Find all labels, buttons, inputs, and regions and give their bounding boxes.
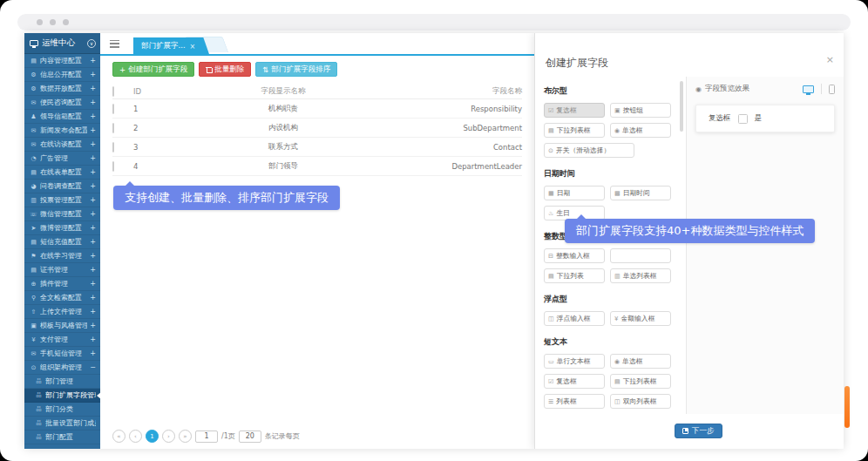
- sidebar-item[interactable]: ▤在线表单配置+: [24, 166, 100, 180]
- org-tree-icon: 品: [35, 405, 43, 413]
- field-type-button[interactable]: ▤下拉列表: [544, 268, 605, 283]
- next-step-button[interactable]: 下一步: [675, 424, 722, 438]
- last-page-button[interactable]: »: [179, 430, 192, 443]
- eye-icon: ◉: [695, 85, 702, 93]
- page-1-button[interactable]: 1: [146, 430, 159, 443]
- field-type-button[interactable]: ⊙开关（滑动选择）: [544, 143, 634, 158]
- field-type-button[interactable]: ☰列表框: [544, 394, 605, 409]
- field-type-label: 开关（滑动选择）: [556, 146, 610, 155]
- sidebar-item[interactable]: ◔广告管理+: [24, 152, 100, 166]
- prev-page-button[interactable]: ‹: [129, 430, 142, 443]
- sidebar-item[interactable]: ⚙信息公开配置+: [24, 68, 100, 82]
- field-type-button[interactable]: ◉单选框: [610, 354, 671, 369]
- buttons-icon: ▣: [614, 107, 620, 114]
- field-type-button[interactable]: ▤下拉列表框: [544, 123, 605, 138]
- sidebar-item-label: 领导信箱配置: [40, 112, 82, 121]
- sidebar-item[interactable]: ⚙数据开放配置+: [24, 82, 100, 96]
- sort-fields-button[interactable]: ⇅ 部门扩展字段排序: [255, 62, 337, 77]
- page-scrollbar-thumb[interactable]: [844, 386, 850, 428]
- field-type-button[interactable]: ▣按钮组: [610, 103, 671, 118]
- sidebar-item[interactable]: ✉手机短信管理+: [24, 347, 100, 361]
- expand-toggle-icon: +: [90, 336, 96, 343]
- field-type-button[interactable]: ☑复选框: [544, 374, 605, 389]
- tab-department-fields[interactable]: 部门扩展字... ×: [133, 37, 209, 55]
- sidebar-item[interactable]: ▥投票管理配置+: [24, 193, 100, 207]
- sidebar-item[interactable]: ☏微信管理配置+: [24, 207, 100, 221]
- mobile-preview-icon[interactable]: [829, 85, 835, 94]
- field-type-button[interactable]: ▩日期时间: [610, 186, 671, 200]
- close-icon[interactable]: ×: [826, 54, 834, 65]
- expand-toggle-icon: +: [90, 85, 96, 92]
- sidebar-item-label: 在线表单配置: [40, 167, 82, 177]
- sidebar: 运维中心 ∨ ▤内容管理配置+⚙信息公开配置+⚙数据开放配置+✉便民咨询配置+♟…: [24, 33, 100, 449]
- field-type-button[interactable]: ◉单选框: [610, 123, 671, 138]
- field-type-label: 日期: [557, 188, 571, 198]
- sidebar-item-label: 模板与风格管理: [40, 321, 87, 330]
- drawer-scrollbar[interactable]: [680, 81, 683, 132]
- sidebar-item-label: 广告管理: [40, 153, 68, 163]
- form-icon: ▤: [30, 169, 37, 176]
- row-checkbox[interactable]: [112, 142, 114, 153]
- sidebar-item[interactable]: ⇧上传文件管理+: [24, 305, 100, 319]
- select-all-checkbox[interactable]: [112, 86, 114, 97]
- sidebar-item[interactable]: 品部门管理: [24, 375, 100, 389]
- sidebar-item[interactable]: ◕问卷调查配置+: [24, 180, 100, 193]
- sidebar-item[interactable]: ▤证书管理+: [24, 263, 100, 277]
- window-close-button[interactable]: [37, 19, 43, 25]
- preview-checkbox[interactable]: [738, 114, 748, 124]
- section-title: 布尔型: [544, 85, 676, 97]
- desktop-preview-icon[interactable]: [803, 85, 814, 93]
- field-type-button[interactable]: ◫双向列表框: [610, 394, 671, 409]
- sidebar-item[interactable]: ⚲全文检索配置+: [24, 291, 100, 305]
- next-page-button[interactable]: ›: [162, 430, 175, 443]
- mail-icon: ✉: [30, 141, 37, 148]
- window-minimize-button[interactable]: [50, 19, 56, 25]
- collapse-sidebar-icon[interactable]: ∨: [87, 39, 96, 48]
- sidebar-item[interactable]: 品批量设置部门成员: [24, 417, 100, 430]
- field-type-button[interactable]: [610, 248, 671, 263]
- field-type-button[interactable]: ◫浮点输入框: [544, 311, 605, 326]
- sidebar-item[interactable]: 品部门分类: [24, 403, 100, 417]
- expand-toggle-icon: +: [90, 71, 96, 78]
- page-size-input[interactable]: [239, 430, 261, 443]
- field-type-button[interactable]: ▥单选列表框: [610, 268, 671, 283]
- tab-close-icon[interactable]: ×: [190, 43, 196, 51]
- row-checkbox[interactable]: [112, 123, 114, 133]
- field-type-button[interactable]: ▤下拉列表框: [610, 374, 671, 389]
- sidebar-item[interactable]: ▣模板与风格管理+: [24, 319, 100, 333]
- row-checkbox[interactable]: [112, 104, 114, 114]
- field-type-label: 复选框: [556, 105, 576, 115]
- sidebar-item[interactable]: ¥支付管理+: [24, 333, 100, 347]
- plus-icon: +: [119, 65, 125, 74]
- sidebar-item[interactable]: 品部门配置: [24, 430, 100, 444]
- sidebar-item-label: 数据开放配置: [40, 84, 82, 93]
- batch-delete-button[interactable]: 批量删除: [199, 62, 251, 77]
- row-checkbox[interactable]: [112, 161, 114, 172]
- hamburger-icon[interactable]: [110, 40, 119, 48]
- sidebar-item[interactable]: ⊙组织架构管理−: [24, 361, 100, 375]
- sidebar-item[interactable]: ▤内容管理配置+: [24, 54, 100, 68]
- save-icon: [682, 428, 688, 434]
- field-type-button[interactable]: ☑复选框: [544, 103, 605, 118]
- create-field-button[interactable]: + 创建部门扩展字段: [112, 62, 194, 77]
- sidebar-item[interactable]: ⊕插件管理+: [24, 277, 100, 291]
- first-page-button[interactable]: «: [112, 430, 125, 443]
- sidebar-item[interactable]: ✉新闻发布会配置+: [24, 124, 100, 138]
- field-type-label: 整数输入框: [556, 251, 590, 261]
- sidebar-item[interactable]: ➤微博管理配置+: [24, 221, 100, 235]
- field-type-button[interactable]: ¥金额输入框: [610, 311, 671, 326]
- sidebar-item[interactable]: ♟领导信箱配置+: [24, 110, 100, 124]
- sidebar-item-label: 投票管理配置: [40, 195, 82, 205]
- sidebar-item[interactable]: ⚑在线学习管理+: [24, 249, 100, 263]
- sidebar-item[interactable]: ✉便民咨询配置+: [24, 96, 100, 110]
- section-buttons: ⊟整数输入框▤下拉列表▥单选列表框: [544, 248, 676, 283]
- field-type-button[interactable]: ▭单行文本框: [544, 354, 605, 369]
- sidebar-item[interactable]: ▤短信充值配置+: [24, 235, 100, 249]
- window-maximize-button[interactable]: [63, 19, 69, 25]
- sidebar-item[interactable]: ✉在线访谈配置+: [24, 138, 100, 152]
- page-number-input[interactable]: [195, 430, 218, 443]
- field-type-button[interactable]: ▦日期: [544, 186, 605, 200]
- sidebar-item-active[interactable]: 品部门扩展字段管理: [24, 389, 100, 403]
- cell-field-name: DepartmentLeader: [391, 162, 522, 171]
- field-type-button[interactable]: ⊟整数输入框: [544, 248, 605, 263]
